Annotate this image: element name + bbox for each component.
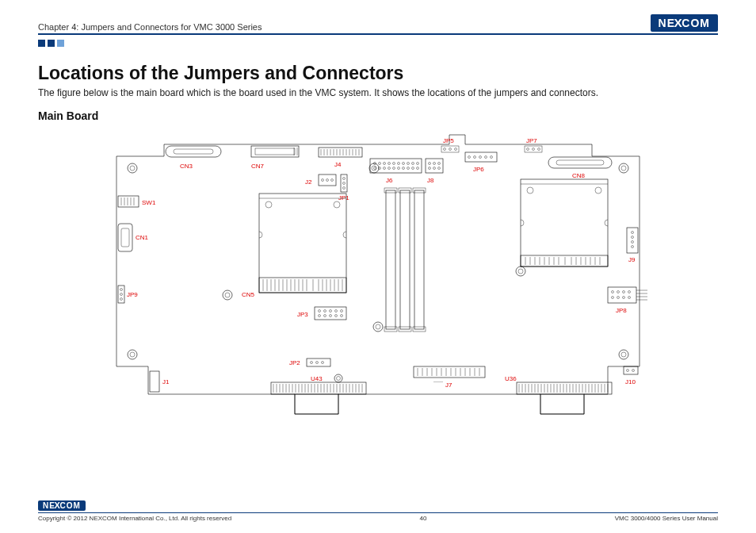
svg-point-0 xyxy=(128,163,137,173)
svg-rect-20 xyxy=(251,146,299,157)
svg-point-60 xyxy=(429,163,431,165)
svg-point-8 xyxy=(373,322,383,332)
svg-point-88 xyxy=(343,182,346,185)
svg-point-52 xyxy=(388,167,391,170)
svg-point-14 xyxy=(128,350,137,359)
svg-point-87 xyxy=(343,178,346,180)
svg-point-180 xyxy=(335,310,338,313)
svg-point-2 xyxy=(369,163,379,173)
svg-rect-211 xyxy=(295,394,338,414)
svg-point-208 xyxy=(627,370,629,372)
label-j2: J2 xyxy=(305,178,312,186)
label-jp8: JP8 xyxy=(616,307,627,314)
decorative-squares xyxy=(38,40,718,47)
svg-point-183 xyxy=(324,315,326,317)
svg-rect-66 xyxy=(441,146,459,152)
label-j10: J10 xyxy=(625,378,636,385)
label-j8: J8 xyxy=(427,177,434,184)
svg-point-160 xyxy=(632,236,634,239)
svg-point-49 xyxy=(374,167,376,170)
label-sw1: SW1 xyxy=(142,199,156,206)
svg-point-190 xyxy=(322,362,324,364)
svg-point-63 xyxy=(429,167,431,170)
svg-point-167 xyxy=(628,291,631,293)
svg-point-48 xyxy=(417,163,419,165)
svg-rect-96 xyxy=(118,224,132,251)
svg-point-188 xyxy=(311,362,313,364)
label-u43: U43 xyxy=(311,375,323,382)
label-j9: J9 xyxy=(628,256,636,263)
svg-rect-141 xyxy=(521,255,608,266)
svg-point-89 xyxy=(343,187,346,190)
svg-point-209 xyxy=(632,370,635,372)
svg-point-166 xyxy=(623,291,625,293)
svg-point-68 xyxy=(449,148,452,151)
svg-point-169 xyxy=(617,297,620,299)
logo-x-icon: X xyxy=(674,17,682,29)
svg-point-43 xyxy=(393,163,395,165)
svg-text:———: ——— xyxy=(433,379,443,383)
label-cn5: CN5 xyxy=(242,291,255,298)
label-jp3: JP3 xyxy=(297,311,308,318)
label-cn1: CN1 xyxy=(136,234,149,241)
svg-point-178 xyxy=(324,310,326,313)
svg-point-47 xyxy=(412,163,414,165)
svg-point-189 xyxy=(316,362,319,364)
main-board-diagram: CN3 CN7 J4 xyxy=(101,128,655,422)
svg-point-41 xyxy=(384,163,386,165)
svg-rect-137 xyxy=(521,179,608,266)
svg-point-159 xyxy=(632,232,634,234)
svg-point-184 xyxy=(330,315,332,317)
svg-point-75 xyxy=(491,156,493,159)
section-subtitle: Main Board xyxy=(38,109,718,122)
svg-rect-80 xyxy=(548,157,612,168)
label-j6: J6 xyxy=(386,177,393,184)
svg-point-65 xyxy=(438,167,441,170)
svg-point-161 xyxy=(632,241,634,243)
svg-rect-207 xyxy=(624,366,638,374)
svg-rect-59 xyxy=(426,159,443,173)
label-j7: J7 xyxy=(445,382,452,389)
svg-point-44 xyxy=(398,163,400,165)
svg-rect-128 xyxy=(386,190,395,329)
svg-point-83 xyxy=(322,179,324,182)
svg-point-85 xyxy=(331,179,334,182)
svg-rect-158 xyxy=(627,228,638,253)
svg-point-16 xyxy=(334,374,342,382)
svg-point-164 xyxy=(612,291,614,293)
page-title: Locations of the Jumpers and Connectors xyxy=(38,63,718,84)
svg-point-99 xyxy=(120,289,123,291)
label-cn8: CN8 xyxy=(572,172,586,179)
svg-rect-242 xyxy=(540,394,584,414)
svg-rect-129 xyxy=(400,190,410,329)
page-footer: NEXCOM Copyright © 2012 NEXCOM Internati… xyxy=(38,500,718,522)
page-header: Chapter 4: Jumpers and Connectors for VM… xyxy=(38,14,718,32)
svg-point-15 xyxy=(130,352,135,357)
svg-point-45 xyxy=(403,163,405,165)
svg-rect-102 xyxy=(150,371,159,392)
svg-point-162 xyxy=(632,246,634,248)
label-j1: J1 xyxy=(162,378,170,385)
svg-point-77 xyxy=(527,148,529,151)
label-jp7: JP7 xyxy=(526,137,537,144)
label-jp6: JP6 xyxy=(473,166,484,173)
svg-point-4 xyxy=(619,163,628,173)
label-jp9: JP9 xyxy=(127,291,138,298)
brand-logo: NEXCOM xyxy=(651,14,718,32)
svg-point-13 xyxy=(621,352,626,357)
footer-page-number: 40 xyxy=(420,515,427,522)
svg-point-182 xyxy=(319,315,321,317)
svg-point-106 xyxy=(334,201,340,208)
svg-point-73 xyxy=(479,156,482,159)
svg-point-78 xyxy=(533,148,535,151)
svg-point-12 xyxy=(619,350,628,359)
svg-point-9 xyxy=(376,324,380,329)
page-description: The figure below is the main board which… xyxy=(38,87,718,98)
svg-point-64 xyxy=(433,167,436,170)
svg-point-7 xyxy=(225,293,230,297)
svg-point-6 xyxy=(223,290,232,300)
svg-rect-163 xyxy=(608,287,636,303)
svg-point-51 xyxy=(384,167,386,170)
svg-point-61 xyxy=(433,163,436,165)
svg-point-56 xyxy=(407,167,410,170)
